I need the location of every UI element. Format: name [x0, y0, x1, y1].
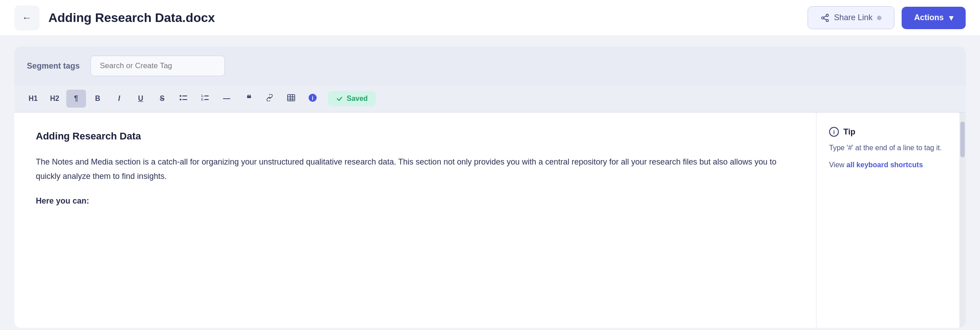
svg-rect-11 — [204, 96, 209, 96]
h1-button[interactable]: H1 — [23, 90, 43, 108]
segment-tags-label: Segment tags — [27, 61, 80, 71]
blockquote-button[interactable]: ❝ — [238, 90, 258, 108]
actions-button[interactable]: Actions ▾ — [902, 7, 966, 29]
tip-text: Type '#' at the end of a line to tag it. — [829, 142, 947, 154]
page-title: Adding Research Data.docx — [48, 11, 215, 25]
bold-icon: B — [95, 95, 100, 103]
header-left: ← Adding Research Data.docx — [14, 5, 215, 30]
tip-icon: i — [829, 127, 839, 137]
editor-main[interactable]: Adding Research Data The Notes and Media… — [14, 113, 816, 328]
table-icon — [287, 94, 295, 103]
link-button[interactable] — [260, 90, 279, 108]
svg-text:i: i — [312, 95, 313, 101]
svg-rect-8 — [182, 99, 187, 100]
underline-button[interactable]: U — [131, 90, 150, 108]
strikethrough-icon: S — [160, 95, 165, 103]
link-icon — [266, 94, 274, 103]
segment-tags-bar: Segment tags — [14, 47, 966, 85]
bullet-list-icon — [180, 94, 188, 103]
tip-link-prefix: View — [829, 161, 847, 169]
toolbar: H1 H2 ¶ B I U S — [14, 85, 966, 113]
italic-button[interactable]: I — [109, 90, 129, 108]
share-status-dot — [877, 16, 881, 20]
svg-rect-12 — [204, 99, 209, 100]
svg-rect-7 — [182, 96, 187, 96]
saved-label: Saved — [347, 95, 368, 103]
tip-link-container: View all keyboard shortcuts — [829, 161, 947, 169]
paragraph-icon: ¶ — [74, 95, 78, 103]
scrollbar-thumb[interactable] — [960, 122, 965, 157]
actions-chevron-icon: ▾ — [949, 13, 953, 23]
bullet-list-button[interactable] — [174, 90, 193, 108]
svg-point-5 — [180, 95, 181, 97]
paragraph-button[interactable]: ¶ — [66, 90, 86, 108]
ordered-list-button[interactable]: 1.2. — [195, 90, 215, 108]
bold-button[interactable]: B — [88, 90, 107, 108]
h1-label: H1 — [29, 95, 38, 103]
share-link-button[interactable]: Share Link — [808, 6, 894, 29]
info-icon: i — [308, 93, 317, 104]
svg-line-3 — [824, 18, 826, 20]
tag-search-input[interactable] — [90, 56, 225, 76]
tip-header: i Tip — [829, 127, 947, 137]
svg-point-6 — [180, 99, 181, 100]
actions-label: Actions — [914, 13, 944, 22]
share-icon — [821, 13, 830, 22]
svg-rect-13 — [288, 95, 295, 101]
saved-badge: Saved — [328, 91, 376, 106]
scrollbar-track[interactable] — [959, 113, 966, 328]
blockquote-icon: ❝ — [246, 93, 250, 104]
back-icon: ← — [22, 12, 32, 24]
document-paragraph1: The Notes and Media section is a catch-a… — [36, 155, 795, 184]
table-button[interactable] — [281, 90, 301, 108]
divider-icon: — — [223, 95, 230, 103]
ordered-list-icon: 1.2. — [201, 94, 209, 103]
italic-icon: I — [118, 95, 120, 103]
underline-icon: U — [138, 95, 143, 103]
document-title: Adding Research Data — [36, 130, 795, 142]
divider-button[interactable]: — — [217, 90, 236, 108]
editor-body: Adding Research Data The Notes and Media… — [14, 113, 966, 328]
header: ← Adding Research Data.docx Share Link A… — [0, 0, 980, 36]
svg-text:1.: 1. — [201, 94, 204, 97]
share-link-label: Share Link — [834, 13, 873, 22]
tip-title: Tip — [843, 127, 855, 137]
svg-text:2.: 2. — [201, 98, 204, 101]
tip-sidebar: i Tip Type '#' at the end of a line to t… — [816, 113, 959, 328]
h2-button[interactable]: H2 — [45, 90, 64, 108]
main-content: Segment tags H1 H2 ¶ B I U S — [0, 36, 980, 330]
editor-container: Segment tags H1 H2 ¶ B I U S — [14, 47, 966, 328]
h2-label: H2 — [50, 95, 59, 103]
strikethrough-button[interactable]: S — [152, 90, 172, 108]
keyboard-shortcuts-link[interactable]: all keyboard shortcuts — [847, 161, 923, 169]
header-right: Share Link Actions ▾ — [808, 6, 966, 29]
back-button[interactable]: ← — [14, 5, 39, 30]
document-subheading: Here you can: — [36, 196, 795, 206]
svg-line-4 — [824, 16, 826, 17]
checkmark-icon — [336, 95, 343, 102]
info-button[interactable]: i — [303, 90, 322, 108]
